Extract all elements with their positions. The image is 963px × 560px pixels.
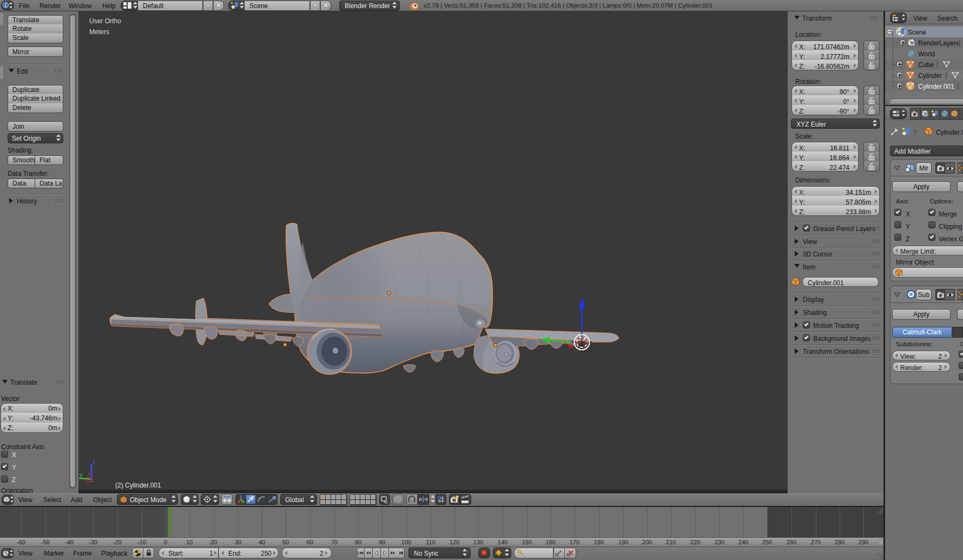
svg-text:z: z [93,458,96,465]
svg-text:y: y [80,471,83,478]
svg-text:x: x [88,471,90,477]
